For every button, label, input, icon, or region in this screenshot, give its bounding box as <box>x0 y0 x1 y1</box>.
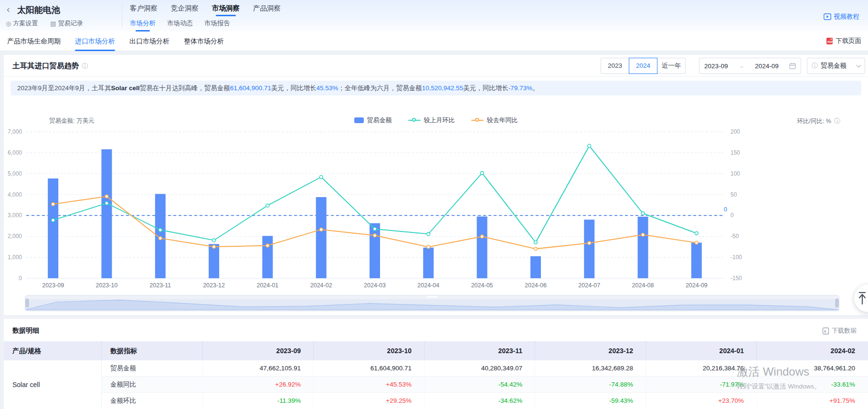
navtab-出口市场分析[interactable]: 出口市场分析 <box>129 31 169 51</box>
summary-segment: 。 <box>532 84 539 92</box>
metric-select-value: 贸易金额 <box>821 62 847 70</box>
chart-title-row: 土耳其进口贸易趋势 ⓘ 20232024近一年 2023-09 → 2024-0… <box>4 55 868 77</box>
point-较去年同比-2023-12 <box>212 245 216 249</box>
document-icon: ▤ <box>50 20 56 27</box>
summary-segment: 美元，同比增长 <box>463 84 508 92</box>
info-icon: ⓘ <box>812 62 818 70</box>
point-较上月环比-2023-12 <box>212 239 216 242</box>
summary-segment: Solar cell <box>111 84 140 92</box>
summary-segment: -79.73% <box>508 84 532 92</box>
svg-text:-150: -150 <box>730 275 742 282</box>
bar-2023-09 <box>48 178 58 278</box>
svg-text:-100: -100 <box>730 254 742 261</box>
svg-text:2024-08: 2024-08 <box>632 282 654 289</box>
svg-text:6,000: 6,000 <box>8 149 22 156</box>
navtab-产品市场生命周期[interactable]: 产品市场生命周期 <box>7 31 61 51</box>
subtab-市场报告[interactable]: 市场报告 <box>204 19 230 31</box>
scheme-settings-label: 方案设置 <box>13 19 38 28</box>
point-较上月环比-2024-05 <box>480 171 484 175</box>
bar-2024-04 <box>423 248 434 278</box>
column-header-2023-09: 2023-09 <box>203 341 314 360</box>
table-row-金额环比[interactable]: 金额环比-11.39%+29.25%-34.62%-59.43%+23.70%+… <box>102 393 868 409</box>
date-range-picker[interactable]: 2023-09 → 2024-09 <box>699 58 801 74</box>
tab-客户洞察[interactable]: 客户洞察 <box>130 4 158 16</box>
point-较上月环比-2024-02 <box>319 176 323 179</box>
chart-title-text: 土耳其进口贸易趋势 <box>12 61 79 71</box>
download-page-label: 下载页面 <box>836 37 861 45</box>
sub-tab-bar: 市场分析市场动态市场报告 <box>130 19 230 31</box>
bar-2024-01 <box>262 236 273 278</box>
tab-市场洞察[interactable]: 市场洞察 <box>212 4 240 16</box>
bar-2024-02 <box>316 197 327 278</box>
svg-text:2023-10: 2023-10 <box>96 282 118 289</box>
point-较去年同比-2024-09 <box>695 241 698 244</box>
download-data-label: 下载数据 <box>832 326 857 335</box>
trade-records-label: 贸易记录 <box>58 19 83 28</box>
metric-select[interactable]: ⓘ 贸易金额 <box>807 58 865 74</box>
point-较上月环比-2024-08 <box>641 212 645 215</box>
point-较上月环比-2023-11 <box>159 228 162 231</box>
svg-text:100: 100 <box>730 170 740 177</box>
section-tab-bar: 产品市场生命周期进口市场分析出口市场分析整体市场分析 <box>7 31 224 51</box>
cell-贸易金额-2023-10: 61,604,900.71 <box>314 360 424 377</box>
point-较上月环比-2024-03 <box>373 227 377 231</box>
cell-金额环比-2023-12: -59.43% <box>535 393 646 409</box>
svg-text:0: 0 <box>724 206 727 213</box>
point-较去年同比-2024-02 <box>319 228 323 231</box>
table-header-row: 产品/规格数据指标2023-092023-102023-112023-12202… <box>4 341 868 360</box>
svg-text:4,000: 4,000 <box>8 191 22 198</box>
summary-segment: 10,520,942.55 <box>422 84 463 92</box>
excel-icon: X <box>822 327 829 335</box>
metric-label: 金额同比 <box>102 377 203 393</box>
point-较去年同比-2024-04 <box>427 245 430 249</box>
navtab-整体市场分析[interactable]: 整体市场分析 <box>184 31 224 51</box>
bar-2024-07 <box>584 220 594 278</box>
subtab-市场分析[interactable]: 市场分析 <box>130 19 156 31</box>
download-data-button[interactable]: X 下载数据 <box>822 326 857 335</box>
year-button-2024[interactable]: 2024 <box>629 58 657 74</box>
datazoom-slider[interactable] <box>25 295 839 311</box>
year-button-2023[interactable]: 2023 <box>601 58 629 74</box>
point-较去年同比-2023-10 <box>105 195 108 198</box>
column-header-产品/规格: 产品/规格 <box>4 341 102 360</box>
point-较上月环比-2024-09 <box>695 231 698 235</box>
download-page-button[interactable]: PDF 下载页面 <box>826 37 861 45</box>
summary-banner: 2023年9月至2024年9月，土耳其Solar cell贸易在十月达到高峰，贸… <box>11 81 861 95</box>
legend-ring <box>475 118 479 122</box>
cell-金额同比-2024-01: -71.97% <box>646 377 757 393</box>
tab-产品洞察[interactable]: 产品洞察 <box>253 4 281 16</box>
point-较上月环比-2024-04 <box>427 232 430 236</box>
video-tutorial-link[interactable]: 视频教程 <box>824 12 859 21</box>
summary-segment: 2023年9月至2024年9月，土耳其 <box>17 84 111 92</box>
svg-text:5,000: 5,000 <box>8 170 22 177</box>
column-header-2023-10: 2023-10 <box>314 341 424 360</box>
year-button-近一年[interactable]: 近一年 <box>657 58 686 74</box>
trade-records-button[interactable]: ▤ 贸易记录 <box>50 19 83 28</box>
table-row-金额同比[interactable]: 金额同比+26.92%+45.53%-54.42%-74.88%-71.97%-… <box>102 377 868 393</box>
target-icon: ◎ <box>6 20 11 27</box>
data-detail-panel: 数据明细 X 下载数据 产品/规格数据指标2023-092023-102023-… <box>4 319 868 409</box>
legend-ring <box>412 118 416 122</box>
chevron-down-icon <box>857 63 861 68</box>
point-较去年同比-2023-09 <box>52 202 55 206</box>
subtab-市场动态[interactable]: 市场动态 <box>167 19 193 31</box>
point-较上月环比-2024-07 <box>588 144 591 147</box>
section-nav: 产品市场生命周期进口市场分析出口市场分析整体市场分析 PDF 下载页面 <box>0 31 868 51</box>
scheme-settings-button[interactable]: ◎ 方案设置 <box>6 19 38 28</box>
cell-贸易金额-2023-12: 16,342,689.28 <box>535 360 646 377</box>
bar-2023-12 <box>209 244 219 278</box>
cell-金额环比-2023-10: +29.25% <box>314 393 424 409</box>
table-title-row: 数据明细 X 下载数据 <box>4 319 868 341</box>
trend-chart[interactable]: 01,0002,0003,0004,0005,0006,0007,000-150… <box>4 122 868 289</box>
tab-竞企洞察[interactable]: 竞企洞察 <box>171 4 199 16</box>
navtab-进口市场分析[interactable]: 进口市场分析 <box>75 31 115 51</box>
table-row-贸易金额[interactable]: 贸易金额47,662,105.9161,604,900.7140,280,349… <box>102 360 868 377</box>
point-较去年同比-2024-03 <box>373 234 377 237</box>
product-cell: Solar cell <box>4 360 102 409</box>
info-icon[interactable]: ⓘ <box>82 62 88 71</box>
svg-text:3,000: 3,000 <box>8 212 22 219</box>
chart-title: 土耳其进口贸易趋势 ⓘ <box>12 61 88 71</box>
play-icon <box>824 13 831 20</box>
back-icon[interactable]: ‹ <box>7 4 10 15</box>
svg-text:-50: -50 <box>730 233 739 240</box>
